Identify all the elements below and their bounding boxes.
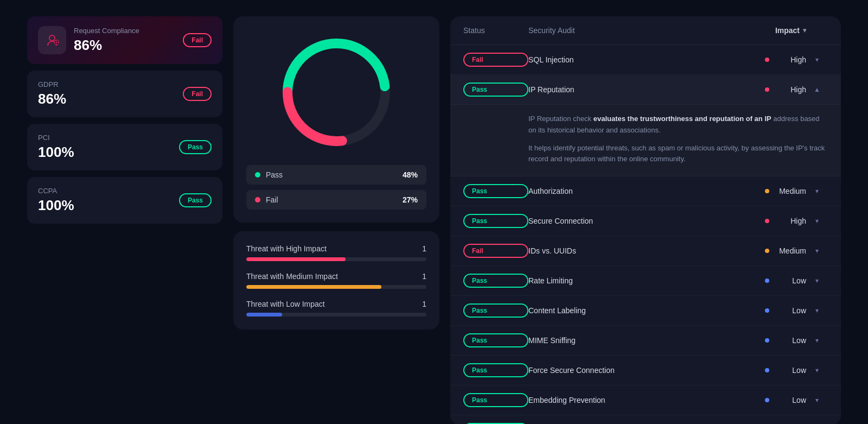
impact-dot-2 (765, 189, 769, 193)
impact-label-8: Low (774, 366, 806, 375)
card-label: GDPR (38, 80, 175, 88)
impact-label-3: High (774, 217, 806, 225)
col-audit: Security Audit (528, 26, 775, 35)
threat-bar-fill (246, 257, 346, 261)
audit-row-8[interactable]: Pass Force Secure Connection Low ▾ (450, 356, 841, 385)
impact-label-4: Medium (774, 246, 806, 255)
fail-label: Fail (266, 195, 397, 204)
card-label: PCI (38, 134, 171, 142)
status-badge-9: Pass (463, 393, 528, 407)
expand-btn-9[interactable]: ▾ (806, 396, 828, 404)
impact-cell-5: Low (765, 276, 806, 285)
status-badge: Pass (179, 193, 212, 207)
card-text: CCPA 100% (38, 187, 171, 214)
status-badge-8: Pass (463, 363, 528, 377)
impact-cell-1: High (765, 85, 806, 94)
expand-btn-8[interactable]: ▾ (806, 366, 828, 374)
audit-name-8: Force Secure Connection (528, 366, 765, 375)
left-column: Request Compliance 86% Fail GDPR 86% Fai… (27, 16, 222, 224)
impact-dot-8 (765, 368, 769, 372)
compliance-card-3: CCPA 100% Pass (27, 177, 222, 224)
expanded-desc1: IP Reputation check evaluates the trustw… (528, 113, 828, 136)
pass-label: Pass (266, 170, 397, 179)
card-text: GDPR 86% (38, 80, 175, 107)
expand-btn-0[interactable]: ▾ (806, 56, 828, 64)
col-status: Status (463, 26, 528, 35)
audit-row-9[interactable]: Pass Embedding Prevention Low ▾ (450, 385, 841, 415)
middle-column: Pass 48% Fail 27% Threat with High Impac… (233, 16, 439, 330)
threat-header: Threat with Medium Impact 1 (246, 272, 426, 281)
audit-name-0: SQL Injection (528, 55, 765, 64)
status-badge: Fail (183, 87, 212, 101)
status-badge-4: Fail (463, 244, 528, 258)
col-impact[interactable]: Impact ▾ (775, 26, 806, 35)
card-text: PCI 100% (38, 134, 171, 161)
audit-name-4: IDs vs. UUIDs (528, 246, 765, 255)
threats-card: Threat with High Impact 1 Threat with Me… (233, 231, 439, 330)
expand-btn-7[interactable]: ▾ (806, 337, 828, 344)
pass-dot (255, 172, 260, 178)
threat-header: Threat with High Impact 1 (246, 244, 426, 253)
impact-dot-4 (765, 249, 769, 253)
threat-row-1: Threat with Medium Impact 1 (246, 272, 426, 289)
audit-row-5[interactable]: Pass Rate Limiting Low ▾ (450, 266, 841, 296)
card-label: CCPA (38, 187, 171, 195)
donut-card: Pass 48% Fail 27% (233, 16, 439, 223)
audit-name-1: IP Reputation (528, 85, 765, 94)
audit-row-3[interactable]: Pass Secure Connection High ▾ (450, 206, 841, 236)
impact-dot-3 (765, 219, 769, 223)
impact-cell-9: Low (765, 396, 806, 404)
impact-dot-7 (765, 338, 769, 343)
impact-cell-4: Medium (765, 246, 806, 255)
expand-btn-4[interactable]: ▾ (806, 247, 828, 255)
threat-bar-bg (246, 285, 426, 289)
impact-label-0: High (774, 55, 806, 64)
threat-bar-bg (246, 313, 426, 317)
status-badge-1: Pass (463, 83, 528, 97)
threat-row-0: Threat with High Impact 1 (246, 244, 426, 261)
audit-row-7[interactable]: Pass MIME Sniffing Low ▾ (450, 326, 841, 356)
threat-header: Threat with Low Impact 1 (246, 300, 426, 308)
audit-row-6[interactable]: Pass Content Labeling Low ▾ (450, 296, 841, 326)
expand-btn-5[interactable]: ▾ (806, 277, 828, 284)
impact-cell-6: Low (765, 306, 806, 315)
expanded-desc2: It helps identify potential threats, suc… (528, 143, 828, 166)
expand-btn-2[interactable]: ▾ (806, 187, 828, 195)
audit-rows: Fail SQL Injection High ▾ Pass IP Reputa… (450, 45, 841, 424)
legend-fail: Fail 27% (246, 190, 426, 210)
status-badge-3: Pass (463, 214, 528, 228)
expand-btn-3[interactable]: ▾ (806, 217, 828, 225)
threat-count: 1 (422, 244, 426, 253)
card-value: 86% (38, 91, 175, 107)
impact-cell-8: Low (765, 366, 806, 375)
audit-row-0[interactable]: Fail SQL Injection High ▾ (450, 45, 841, 75)
card-value: 100% (38, 197, 171, 214)
impact-chevron-icon: ▾ (803, 27, 806, 34)
donut-chart (277, 33, 396, 152)
card-value: 86% (74, 37, 175, 54)
audit-row-2[interactable]: Pass Authorization Medium ▾ (450, 176, 841, 206)
audit-row-10[interactable]: Pass Security Policies Low ▾ (450, 415, 841, 424)
expand-btn-1[interactable]: ▲ (806, 86, 828, 93)
compliance-card-1: GDPR 86% Fail (27, 71, 222, 117)
expand-btn-6[interactable]: ▾ (806, 307, 828, 314)
audit-row-4[interactable]: Fail IDs vs. UUIDs Medium ▾ (450, 236, 841, 266)
status-badge-6: Pass (463, 303, 528, 318)
audit-header: Status Security Audit Impact ▾ (450, 16, 841, 45)
expanded-content-1: IP Reputation check evaluates the trustw… (450, 105, 841, 176)
impact-dot-5 (765, 279, 769, 283)
impact-cell-2: Medium (765, 187, 806, 195)
impact-label-9: Low (774, 396, 806, 404)
svg-point-0 (49, 35, 55, 41)
audit-name-2: Authorization (528, 187, 765, 195)
audit-row-1[interactable]: Pass IP Reputation High ▲ (450, 75, 841, 105)
card-label: Request Compliance (74, 27, 175, 35)
status-badge-2: Pass (463, 184, 528, 198)
impact-dot-9 (765, 398, 769, 402)
status-badge: Pass (179, 140, 212, 154)
threat-bar-fill (246, 313, 282, 317)
impact-dot-0 (765, 58, 769, 62)
threat-row-2: Threat with Low Impact 1 (246, 300, 426, 317)
threat-bar-bg (246, 257, 426, 261)
impact-cell-7: Low (765, 336, 806, 345)
